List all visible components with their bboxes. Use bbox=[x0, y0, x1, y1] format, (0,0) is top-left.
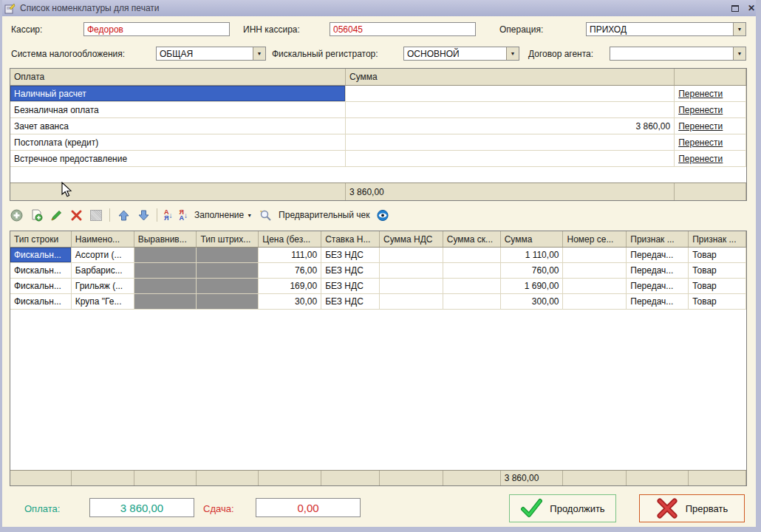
operation-dropdown-icon[interactable]: ▼ bbox=[733, 23, 745, 35]
items-table: Тип строки Наимено... Выравнив... Тип шт… bbox=[10, 231, 747, 486]
preview-check-button[interactable]: Предварительный чек bbox=[279, 210, 369, 220]
col-header[interactable]: Признак ... bbox=[689, 231, 746, 247]
transfer-cell: Перенести bbox=[675, 134, 746, 150]
close-button[interactable]: ✕ bbox=[746, 3, 757, 13]
add-row-icon[interactable] bbox=[10, 208, 23, 222]
items-table-header: Тип строки Наимено... Выравнив... Тип шт… bbox=[10, 231, 746, 248]
toolbar-separator bbox=[157, 208, 157, 222]
continue-button[interactable]: Продолжить bbox=[509, 494, 616, 522]
payment-name-cell[interactable]: Наличный расчет bbox=[10, 86, 346, 101]
col-header[interactable]: Тип строки bbox=[10, 231, 72, 247]
move-up-icon[interactable] bbox=[117, 208, 130, 222]
amount-col-header[interactable]: Сумма bbox=[346, 69, 675, 85]
tax-system-dropdown-icon[interactable]: ▼ bbox=[253, 47, 265, 60]
agent-label: Договор агента: bbox=[528, 49, 593, 59]
inn-label: ИНН кассира: bbox=[243, 24, 300, 35]
payment-amount-cell[interactable] bbox=[346, 102, 675, 117]
abort-button[interactable]: Прервать bbox=[639, 494, 745, 522]
payment-total-label: Оплата: bbox=[24, 503, 60, 514]
delete-row-icon[interactable] bbox=[69, 208, 83, 222]
disabled-grid-icon bbox=[89, 208, 103, 222]
agent-dropdown-icon[interactable]: ▼ bbox=[733, 47, 745, 60]
edit-row-icon[interactable] bbox=[50, 208, 63, 222]
col-header[interactable]: Наимено... bbox=[72, 231, 134, 247]
col-header[interactable]: Сумма НДС bbox=[380, 231, 443, 247]
col-header[interactable]: Ставка Н... bbox=[321, 231, 380, 247]
fiscal-value: ОСНОВНОЙ bbox=[404, 47, 506, 60]
payment-row[interactable]: Встречное предоставление Перенести bbox=[10, 151, 746, 167]
sort-descending-icon[interactable]: ЯА ↓ bbox=[180, 209, 188, 221]
col-header[interactable]: Номер се... bbox=[563, 231, 627, 247]
payment-name-cell[interactable]: Безналичная оплата bbox=[10, 102, 346, 117]
change-field[interactable]: 0,00 bbox=[256, 498, 361, 517]
transfer-cell: Перенести bbox=[675, 118, 746, 134]
item-row[interactable]: Фискальн... Грильяж (... 169,00 БЕЗ НДС … bbox=[10, 279, 746, 294]
agent-select[interactable]: ▼ bbox=[610, 47, 746, 61]
transfer-cell: Перенести bbox=[675, 102, 746, 117]
transfer-link[interactable]: Перенести bbox=[678, 105, 723, 115]
agent-value bbox=[610, 47, 733, 60]
dialog-window: Список номенклатуры для печати ✕ Кассир:… bbox=[0, 0, 761, 532]
cashier-label: Кассир: bbox=[11, 24, 42, 35]
col-header[interactable]: Выравнив... bbox=[134, 231, 197, 247]
col-header[interactable]: Сумма ск... bbox=[443, 231, 501, 247]
operation-select[interactable]: ПРИХОД ▼ bbox=[586, 22, 746, 36]
payment-name-cell[interactable]: Встречное предоставление bbox=[10, 151, 346, 166]
payment-amount-cell[interactable]: 3 860,00 bbox=[346, 118, 675, 134]
fiscal-dropdown-icon[interactable]: ▼ bbox=[506, 47, 519, 60]
checkmark-icon bbox=[520, 498, 542, 519]
change-label: Сдача: bbox=[203, 503, 234, 514]
col-header[interactable]: Сумма bbox=[501, 231, 564, 247]
payment-row[interactable]: Зачет аванса 3 860,00 Перенести bbox=[10, 118, 746, 134]
col-header[interactable]: Тип штрих... bbox=[197, 231, 259, 247]
chevron-down-icon: ▼ bbox=[247, 213, 252, 218]
items-table-footer: 3 860,00 bbox=[10, 470, 746, 485]
payment-name-cell[interactable]: Постоплата (кредит) bbox=[10, 134, 346, 150]
fiscal-select[interactable]: ОСНОВНОЙ ▼ bbox=[403, 47, 519, 61]
item-row[interactable]: Фискальн... Крупа "Ге... 30,00 БЕЗ НДС 3… bbox=[10, 294, 746, 310]
payment-table-footer: 3 860,00 bbox=[10, 183, 746, 200]
cross-icon bbox=[656, 498, 678, 519]
payment-row[interactable]: Безналичная оплата Перенести bbox=[10, 102, 746, 118]
tax-system-value: ОБЩАЯ bbox=[157, 47, 253, 60]
transfer-cell: Перенести bbox=[675, 86, 746, 101]
payment-table-header: Оплата Сумма bbox=[10, 69, 746, 86]
fill-menu-button[interactable]: Заполнение▼ bbox=[194, 210, 252, 220]
tax-system-select[interactable]: ОБЩАЯ ▼ bbox=[156, 47, 266, 61]
cashier-input[interactable] bbox=[83, 22, 230, 36]
sort-ascending-icon[interactable]: АЯ ↓ bbox=[164, 209, 173, 221]
payment-amount-cell[interactable] bbox=[346, 86, 675, 101]
payment-table-empty-area bbox=[10, 167, 746, 183]
col-header[interactable]: Признак ... bbox=[627, 231, 689, 247]
item-row[interactable]: Фискальн... Барбарис... 76,00 БЕЗ НДС 76… bbox=[10, 263, 746, 279]
payment-amount-cell[interactable] bbox=[346, 134, 675, 150]
form-icon bbox=[4, 3, 16, 14]
move-down-icon[interactable] bbox=[137, 208, 150, 222]
payment-row[interactable]: Постоплата (кредит) Перенести bbox=[10, 134, 746, 151]
payment-total-field[interactable]: 3 860,00 bbox=[89, 498, 194, 517]
inn-input[interactable] bbox=[330, 22, 476, 36]
copy-row-icon[interactable] bbox=[30, 208, 43, 222]
transfer-link[interactable]: Перенести bbox=[678, 137, 723, 148]
payment-total: 3 860,00 bbox=[346, 183, 675, 200]
payment-amount-cell[interactable] bbox=[346, 151, 675, 166]
items-table-empty-area bbox=[10, 310, 746, 470]
operation-value: ПРИХОД bbox=[587, 23, 733, 35]
payment-table: Оплата Сумма Наличный расчет Перенести Б… bbox=[10, 68, 747, 201]
item-row[interactable]: Фискальн... Ассорти (... 111,00 БЕЗ НДС … bbox=[10, 248, 746, 263]
col-header[interactable]: Цена (без... bbox=[259, 231, 321, 247]
payment-name-cell[interactable]: Зачет аванса bbox=[10, 118, 346, 134]
toolbar-separator bbox=[109, 208, 110, 222]
items-toolbar: АЯ ↓ ЯА ↓ Заполнение▼ Предварительный че… bbox=[10, 205, 389, 225]
tax-system-label: Система налогообложения: bbox=[11, 49, 125, 59]
maximize-button[interactable] bbox=[730, 3, 740, 13]
transfer-cell: Перенести bbox=[675, 151, 746, 166]
transfer-link[interactable]: Перенести bbox=[678, 89, 723, 99]
eye-icon[interactable] bbox=[376, 208, 389, 222]
fiscal-label: Фискальный регистратор: bbox=[272, 49, 378, 59]
payment-row[interactable]: Наличный расчет Перенести bbox=[10, 86, 746, 102]
preview-check-icon[interactable] bbox=[259, 208, 272, 222]
payment-col-header[interactable]: Оплата bbox=[10, 69, 346, 85]
transfer-link[interactable]: Перенести bbox=[678, 121, 723, 132]
transfer-link[interactable]: Перенести bbox=[678, 154, 723, 164]
